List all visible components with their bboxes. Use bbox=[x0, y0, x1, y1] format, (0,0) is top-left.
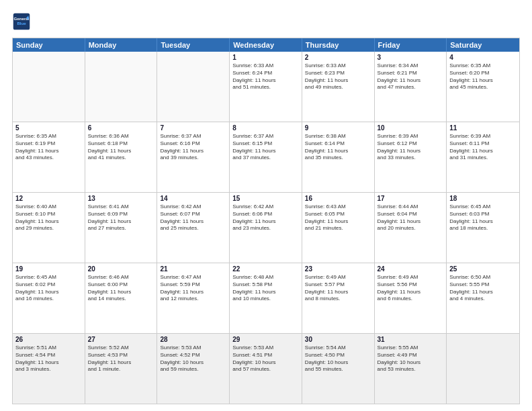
day-number: 24 bbox=[378, 265, 444, 273]
day-number: 17 bbox=[378, 195, 444, 202]
day-info: Sunrise: 6:40 AM Sunset: 6:10 PM Dayligh… bbox=[15, 203, 82, 232]
day-info: Sunrise: 6:38 AM Sunset: 6:14 PM Dayligh… bbox=[305, 133, 371, 162]
day-number: 10 bbox=[378, 124, 444, 132]
day-cell-19: 19Sunrise: 6:45 AM Sunset: 6:02 PM Dayli… bbox=[13, 263, 85, 333]
day-cell-15: 15Sunrise: 6:42 AM Sunset: 6:06 PM Dayli… bbox=[230, 193, 302, 263]
day-cell-22: 22Sunrise: 6:48 AM Sunset: 5:58 PM Dayli… bbox=[230, 263, 302, 333]
day-number: 29 bbox=[232, 336, 299, 343]
day-info: Sunrise: 6:45 AM Sunset: 6:03 PM Dayligh… bbox=[449, 203, 517, 232]
empty-cell bbox=[157, 52, 230, 122]
day-number: 2 bbox=[305, 54, 371, 61]
day-number: 28 bbox=[160, 336, 226, 343]
day-number: 22 bbox=[232, 265, 299, 273]
day-number: 25 bbox=[449, 265, 517, 273]
calendar-week-2: 5Sunrise: 6:35 AM Sunset: 6:19 PM Daylig… bbox=[13, 122, 519, 192]
day-cell-9: 9Sunrise: 6:38 AM Sunset: 6:14 PM Daylig… bbox=[302, 122, 375, 192]
day-info: Sunrise: 6:47 AM Sunset: 5:59 PM Dayligh… bbox=[160, 274, 226, 303]
calendar-week-4: 19Sunrise: 6:45 AM Sunset: 6:02 PM Dayli… bbox=[13, 263, 519, 333]
day-info: Sunrise: 6:42 AM Sunset: 6:07 PM Dayligh… bbox=[160, 203, 226, 232]
day-info: Sunrise: 6:42 AM Sunset: 6:06 PM Dayligh… bbox=[232, 203, 299, 232]
day-info: Sunrise: 6:41 AM Sunset: 6:09 PM Dayligh… bbox=[88, 203, 154, 232]
day-info: Sunrise: 6:37 AM Sunset: 6:15 PM Dayligh… bbox=[232, 133, 299, 162]
day-info: Sunrise: 6:36 AM Sunset: 6:18 PM Dayligh… bbox=[88, 133, 154, 162]
day-cell-3: 3Sunrise: 6:34 AM Sunset: 6:21 PM Daylig… bbox=[375, 52, 447, 122]
day-info: Sunrise: 6:45 AM Sunset: 6:02 PM Dayligh… bbox=[15, 274, 82, 303]
day-cell-11: 11Sunrise: 6:39 AM Sunset: 6:11 PM Dayli… bbox=[447, 122, 519, 192]
day-number: 19 bbox=[15, 265, 82, 273]
header-day-wednesday: Wednesday bbox=[230, 38, 302, 52]
day-info: Sunrise: 5:51 AM Sunset: 4:54 PM Dayligh… bbox=[15, 345, 82, 373]
day-cell-5: 5Sunrise: 6:35 AM Sunset: 6:19 PM Daylig… bbox=[13, 122, 85, 192]
day-number: 5 bbox=[15, 124, 82, 132]
day-number: 31 bbox=[378, 336, 444, 343]
calendar-week-5: 26Sunrise: 5:51 AM Sunset: 4:54 PM Dayli… bbox=[13, 333, 519, 404]
empty-cell bbox=[85, 52, 158, 122]
day-info: Sunrise: 6:43 AM Sunset: 6:05 PM Dayligh… bbox=[305, 203, 371, 232]
day-number: 4 bbox=[449, 54, 517, 61]
day-info: Sunrise: 6:50 AM Sunset: 5:55 PM Dayligh… bbox=[449, 274, 517, 303]
empty-cell bbox=[13, 52, 85, 122]
day-cell-2: 2Sunrise: 6:33 AM Sunset: 6:23 PM Daylig… bbox=[302, 52, 375, 122]
day-cell-4: 4Sunrise: 6:35 AM Sunset: 6:20 PM Daylig… bbox=[447, 52, 519, 122]
calendar-page: General Blue SundayMondayTuesdayWednesda… bbox=[0, 0, 532, 411]
header-day-sunday: Sunday bbox=[13, 38, 85, 52]
day-number: 6 bbox=[88, 124, 154, 132]
day-number: 20 bbox=[88, 265, 154, 273]
calendar-week-1: 1Sunrise: 6:33 AM Sunset: 6:24 PM Daylig… bbox=[13, 52, 519, 122]
day-cell-27: 27Sunrise: 5:52 AM Sunset: 4:53 PM Dayli… bbox=[85, 334, 158, 404]
day-cell-12: 12Sunrise: 6:40 AM Sunset: 6:10 PM Dayli… bbox=[13, 193, 85, 263]
day-number: 23 bbox=[305, 265, 371, 273]
day-number: 21 bbox=[160, 265, 226, 273]
day-cell-25: 25Sunrise: 6:50 AM Sunset: 5:55 PM Dayli… bbox=[447, 263, 519, 333]
day-info: Sunrise: 6:33 AM Sunset: 6:24 PM Dayligh… bbox=[232, 62, 299, 91]
day-info: Sunrise: 6:34 AM Sunset: 6:21 PM Dayligh… bbox=[378, 62, 444, 91]
day-number: 27 bbox=[88, 336, 154, 343]
day-info: Sunrise: 5:55 AM Sunset: 4:49 PM Dayligh… bbox=[378, 345, 444, 373]
day-cell-29: 29Sunrise: 5:53 AM Sunset: 4:51 PM Dayli… bbox=[230, 334, 302, 404]
day-cell-26: 26Sunrise: 5:51 AM Sunset: 4:54 PM Dayli… bbox=[13, 334, 85, 404]
day-number: 30 bbox=[305, 336, 371, 343]
day-info: Sunrise: 6:35 AM Sunset: 6:20 PM Dayligh… bbox=[449, 62, 517, 91]
empty-cell bbox=[447, 334, 519, 404]
day-number: 12 bbox=[15, 195, 82, 202]
day-cell-14: 14Sunrise: 6:42 AM Sunset: 6:07 PM Dayli… bbox=[157, 193, 230, 263]
day-info: Sunrise: 6:39 AM Sunset: 6:11 PM Dayligh… bbox=[449, 133, 517, 162]
page-header: General Blue bbox=[12, 12, 520, 31]
logo: General Blue bbox=[12, 12, 34, 31]
day-info: Sunrise: 6:46 AM Sunset: 6:00 PM Dayligh… bbox=[88, 274, 154, 303]
day-cell-10: 10Sunrise: 6:39 AM Sunset: 6:12 PM Dayli… bbox=[375, 122, 447, 192]
header-day-thursday: Thursday bbox=[302, 38, 375, 52]
day-cell-1: 1Sunrise: 6:33 AM Sunset: 6:24 PM Daylig… bbox=[230, 52, 302, 122]
day-number: 7 bbox=[160, 124, 226, 132]
day-number: 18 bbox=[449, 195, 517, 202]
calendar-body: 1Sunrise: 6:33 AM Sunset: 6:24 PM Daylig… bbox=[13, 52, 519, 404]
day-cell-20: 20Sunrise: 6:46 AM Sunset: 6:00 PM Dayli… bbox=[85, 263, 158, 333]
day-cell-18: 18Sunrise: 6:45 AM Sunset: 6:03 PM Dayli… bbox=[447, 193, 519, 263]
day-info: Sunrise: 6:35 AM Sunset: 6:19 PM Dayligh… bbox=[15, 133, 82, 162]
day-info: Sunrise: 6:49 AM Sunset: 5:56 PM Dayligh… bbox=[378, 274, 444, 303]
day-number: 9 bbox=[305, 124, 371, 132]
day-cell-30: 30Sunrise: 5:54 AM Sunset: 4:50 PM Dayli… bbox=[302, 334, 375, 404]
svg-text:Blue: Blue bbox=[17, 21, 26, 26]
day-info: Sunrise: 5:54 AM Sunset: 4:50 PM Dayligh… bbox=[305, 345, 371, 373]
logo-icon: General Blue bbox=[12, 12, 31, 31]
header-day-tuesday: Tuesday bbox=[157, 38, 230, 52]
calendar-week-3: 12Sunrise: 6:40 AM Sunset: 6:10 PM Dayli… bbox=[13, 192, 519, 263]
day-info: Sunrise: 5:53 AM Sunset: 4:51 PM Dayligh… bbox=[232, 345, 299, 373]
day-info: Sunrise: 6:44 AM Sunset: 6:04 PM Dayligh… bbox=[378, 203, 444, 232]
calendar: SundayMondayTuesdayWednesdayThursdayFrid… bbox=[12, 38, 520, 404]
day-cell-21: 21Sunrise: 6:47 AM Sunset: 5:59 PM Dayli… bbox=[157, 263, 230, 333]
day-number: 1 bbox=[232, 54, 299, 61]
day-number: 26 bbox=[15, 336, 82, 343]
day-cell-23: 23Sunrise: 6:49 AM Sunset: 5:57 PM Dayli… bbox=[302, 263, 375, 333]
day-info: Sunrise: 6:37 AM Sunset: 6:16 PM Dayligh… bbox=[160, 133, 226, 162]
day-number: 3 bbox=[378, 54, 444, 61]
day-number: 14 bbox=[160, 195, 226, 202]
day-info: Sunrise: 6:33 AM Sunset: 6:23 PM Dayligh… bbox=[305, 62, 371, 91]
day-cell-31: 31Sunrise: 5:55 AM Sunset: 4:49 PM Dayli… bbox=[375, 334, 447, 404]
day-cell-8: 8Sunrise: 6:37 AM Sunset: 6:15 PM Daylig… bbox=[230, 122, 302, 192]
day-info: Sunrise: 5:53 AM Sunset: 4:52 PM Dayligh… bbox=[160, 345, 226, 373]
day-number: 16 bbox=[305, 195, 371, 202]
day-cell-24: 24Sunrise: 6:49 AM Sunset: 5:56 PM Dayli… bbox=[375, 263, 447, 333]
day-number: 13 bbox=[88, 195, 154, 202]
